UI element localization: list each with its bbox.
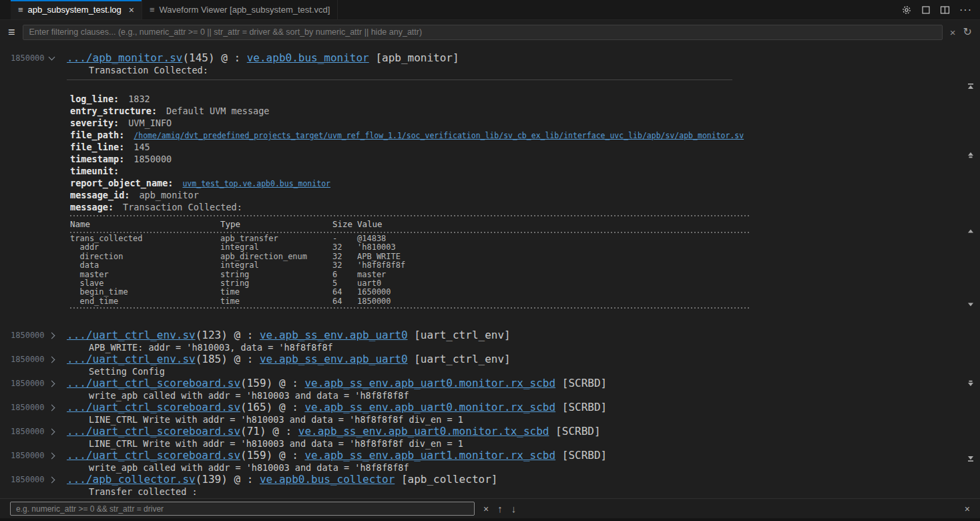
entry-timestamp: 1850000 <box>11 473 45 486</box>
table-cell: direction <box>70 252 220 261</box>
source-file-link[interactable]: .../uart_ctrl_scoreboard.sv <box>67 425 240 438</box>
source-file-link[interactable]: .../uart_ctrl_env.sv <box>67 353 196 365</box>
entry-header-line: .../uart_ctrl_env.sv(185) @ : ve.apb_ss_… <box>67 353 511 366</box>
entry-meta: (123) @ : <box>196 329 260 341</box>
table-cell: master <box>70 271 220 279</box>
detail-field-file_line: file_line:145 <box>67 141 980 153</box>
table-cell: data <box>70 261 220 270</box>
refresh-icon[interactable]: ↻ <box>963 27 972 37</box>
entry-timestamp: 1850000 <box>11 401 45 414</box>
expand-chevron-icon[interactable] <box>48 333 55 339</box>
table-cell: slave <box>70 279 220 288</box>
detail-value: UVM_INFO <box>128 118 172 128</box>
detail-value-link[interactable]: /home/amiq/dvt_predefined_projects_targe… <box>134 131 744 140</box>
table-cell: time <box>220 288 332 297</box>
split-editor-icon[interactable] <box>940 5 950 15</box>
scope-link[interactable]: ve.apb0.bus_collector <box>260 473 395 486</box>
entry-header-line: .../apb_collector.sv(139) @ : ve.apb0.bu… <box>67 473 497 486</box>
expand-chevron-icon[interactable] <box>48 357 55 363</box>
more-actions-icon[interactable]: ··· <box>959 7 972 13</box>
log-entry: 1850000 .../uart_ctrl_scoreboard.sv(71) … <box>0 425 980 449</box>
log-file-icon: ≡ <box>18 5 23 15</box>
scope-link[interactable]: ve.apb_ss_env.apb_uart1.monitor.rx_scbd <box>304 449 555 462</box>
entry-body: .../apb_monitor.sv(145) @ : ve.apb0.bus_… <box>67 51 459 75</box>
expand-chevron-icon[interactable] <box>48 405 55 411</box>
scope-link[interactable]: ve.apb_ss_env.apb_uart0.monitor.rx_scbd <box>304 401 555 413</box>
expand-chevron-icon[interactable] <box>48 54 55 61</box>
scroll-to-top-icon[interactable] <box>965 81 976 92</box>
source-file-link[interactable]: .../uart_ctrl_env.sv <box>67 329 196 341</box>
entry-tag: [SCRBD] <box>555 449 607 462</box>
source-file-link[interactable]: .../uart_ctrl_scoreboard.sv <box>67 377 240 389</box>
clear-filter-icon[interactable]: × <box>950 27 956 37</box>
clear-find-icon[interactable]: × <box>483 504 489 514</box>
scope-link[interactable]: ve.apb_ss_env.apb_uart0.monitor.rx_scbd <box>304 377 555 389</box>
source-file-link[interactable]: .../apb_collector.sv <box>67 473 196 486</box>
entry-timestamp: 1850000 <box>11 51 45 65</box>
entry-tag: [SCRBD] <box>555 377 607 389</box>
next-entry-icon[interactable] <box>965 299 976 310</box>
detail-key: log_line: <box>70 94 119 104</box>
detail-field-severity: severity:UVM_INFO <box>67 117 980 129</box>
gear-icon[interactable] <box>901 5 912 15</box>
table-body: trans_collectedapb_transfer-@14838 addri… <box>70 234 980 306</box>
table-cell: 1650000 <box>357 288 980 297</box>
table-cell: uart0 <box>357 279 980 288</box>
source-file-link[interactable]: .../uart_ctrl_scoreboard.sv <box>67 449 240 462</box>
table-column-header: Value <box>357 218 980 230</box>
transaction-table: NameTypeSizeValue trans_collectedapb_tra… <box>67 215 980 309</box>
table-cell: begin_time <box>70 288 220 297</box>
tab-waveform-viewer[interactable]: ≡ Waveform Viewer [apb_subsystem_test.vc… <box>142 0 338 19</box>
close-tab-icon[interactable]: × <box>129 5 134 15</box>
entry-message: write_apb called with addr = 'h810003 an… <box>67 462 607 473</box>
source-file-link[interactable]: .../uart_ctrl_scoreboard.sv <box>67 401 240 413</box>
tab-log-file[interactable]: ≡ apb_subsystem_test.log × <box>11 0 142 19</box>
scope-link[interactable]: ve.apb_ss_env.apb_uart0 <box>260 329 408 341</box>
menu-icon[interactable]: ≡ <box>8 26 15 38</box>
table-cell: 'h810003 <box>357 243 980 252</box>
scope-link[interactable]: ve.apb_ss_env.apb_uart0 <box>260 353 408 365</box>
entry-body: .../apb_collector.sv(139) @ : ve.apb0.bu… <box>67 473 497 497</box>
expand-chevron-icon[interactable] <box>48 429 55 436</box>
filter-input[interactable] <box>23 25 943 40</box>
find-previous-icon[interactable]: ↑ <box>497 503 503 514</box>
tab-spacer <box>0 0 11 19</box>
dashed-line <box>70 232 751 233</box>
detail-fields: log_line:1832entry_structure:Default UVM… <box>67 93 980 213</box>
table-column-header: Size <box>332 218 357 230</box>
entry-message: LINE_CTRL Write with addr = 'h810003 and… <box>67 414 607 425</box>
close-find-bar-icon[interactable]: × <box>965 504 970 514</box>
entry-body: .../uart_ctrl_scoreboard.sv(159) @ : ve.… <box>67 377 607 401</box>
table-row: directionapb_direction_enum32APB_WRITE <box>70 252 980 261</box>
detail-separator <box>67 79 732 80</box>
detail-key: timestamp: <box>70 154 124 164</box>
table-cell: 32 <box>332 243 357 252</box>
expand-chevron-icon[interactable] <box>48 477 55 484</box>
find-input[interactable] <box>10 502 475 516</box>
entry-gutter: 1850000 <box>0 425 67 449</box>
detail-value-link[interactable]: uvm_test_top.ve.apb0.bus_monitor <box>182 179 330 188</box>
restore-window-icon[interactable] <box>921 5 931 15</box>
table-cell: integral <box>220 261 332 270</box>
page-down-icon[interactable] <box>965 378 976 389</box>
previous-entry-icon[interactable] <box>965 226 976 236</box>
entry-gutter: 1850000 <box>0 401 67 425</box>
table-cell: 64 <box>332 297 357 306</box>
entry-timestamp: 1850000 <box>11 329 45 342</box>
page-up-icon[interactable] <box>965 150 976 160</box>
dashed-line <box>70 307 751 309</box>
log-entry: 1850000 .../uart_ctrl_scoreboard.sv(159)… <box>0 377 980 401</box>
scope-link[interactable]: ve.apb0.bus_monitor <box>247 51 369 64</box>
tabbar-actions: ··· <box>901 0 980 19</box>
scroll-to-bottom-icon[interactable] <box>965 453 976 464</box>
expand-chevron-icon[interactable] <box>48 381 55 387</box>
waveform-file-icon: ≡ <box>150 5 155 15</box>
find-next-icon[interactable]: ↓ <box>511 503 517 514</box>
log-content: 1850000 .../apb_monitor.sv(145) @ : ve.a… <box>0 44 980 498</box>
entry-meta: (159) @ : <box>240 377 304 389</box>
source-file-link[interactable]: .../apb_monitor.sv <box>67 51 182 64</box>
scope-link[interactable]: ve.apb_ss_env.apb_uart0.monitor.tx_scbd <box>298 425 549 438</box>
entry-gutter: 1850000 <box>0 329 67 353</box>
expand-chevron-icon[interactable] <box>48 453 55 460</box>
detail-field-message: message:Transaction Collected: <box>67 201 980 213</box>
